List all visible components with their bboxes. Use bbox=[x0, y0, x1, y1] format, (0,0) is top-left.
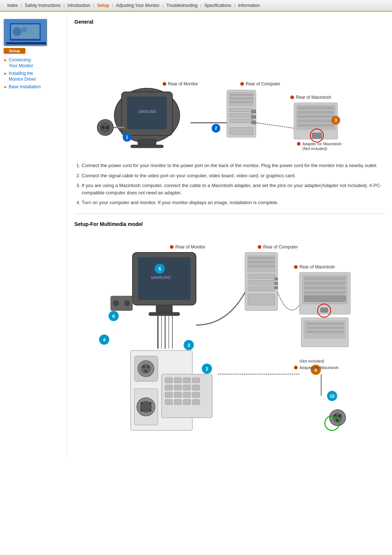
svg-rect-108 bbox=[174, 400, 181, 405]
svg-text:5: 5 bbox=[158, 266, 161, 272]
svg-text:Rear of Monitor: Rear of Monitor bbox=[168, 81, 198, 86]
general-diagram: Rear of Monitor Rear of Computer Rear of… bbox=[74, 30, 385, 155]
general-title: General bbox=[74, 19, 385, 25]
svg-rect-31 bbox=[229, 97, 253, 100]
svg-rect-138 bbox=[306, 323, 344, 325]
sidebar-link-driver[interactable]: Installing theMonitor Driver bbox=[9, 71, 36, 82]
nav-safety[interactable]: Safety Instructions bbox=[22, 2, 64, 9]
svg-text:(Not included): (Not included) bbox=[299, 359, 324, 363]
svg-point-6 bbox=[163, 82, 166, 86]
svg-rect-106 bbox=[192, 392, 200, 397]
svg-point-55 bbox=[170, 245, 173, 249]
svg-rect-98 bbox=[192, 378, 200, 383]
svg-point-8 bbox=[240, 82, 244, 86]
svg-rect-95 bbox=[165, 378, 172, 383]
main-content: General Rear of Monitor Rear of Computer… bbox=[67, 15, 392, 459]
svg-text:(Not included): (Not included) bbox=[302, 146, 327, 151]
svg-rect-104 bbox=[174, 392, 181, 397]
svg-text:Adapter for Macintosh: Adapter for Macintosh bbox=[299, 365, 339, 370]
instruction-3: If you are using a Macintosh computer, c… bbox=[82, 182, 385, 196]
svg-point-20 bbox=[101, 126, 105, 129]
svg-rect-110 bbox=[192, 400, 200, 405]
svg-rect-97 bbox=[183, 378, 191, 383]
section-divider bbox=[74, 214, 385, 214]
sidebar-thumbnail bbox=[4, 19, 47, 46]
svg-rect-48 bbox=[312, 133, 322, 138]
svg-rect-100 bbox=[174, 385, 181, 390]
svg-rect-64 bbox=[156, 305, 172, 313]
svg-rect-140 bbox=[306, 331, 344, 333]
nav-index[interactable]: Index bbox=[4, 2, 21, 9]
svg-point-21 bbox=[106, 126, 109, 129]
svg-text:Rear of Computer: Rear of Computer bbox=[246, 81, 280, 86]
svg-rect-129 bbox=[304, 277, 346, 280]
svg-point-3 bbox=[13, 27, 21, 36]
svg-rect-109 bbox=[183, 400, 191, 405]
svg-point-148 bbox=[338, 414, 341, 417]
svg-rect-35 bbox=[229, 119, 253, 123]
svg-rect-131 bbox=[304, 286, 346, 289]
sidebar-label: Setup bbox=[4, 48, 25, 54]
svg-rect-43 bbox=[298, 111, 334, 114]
svg-rect-102 bbox=[192, 385, 200, 390]
arrow-icon-driver: ► bbox=[4, 71, 8, 76]
svg-rect-46 bbox=[298, 124, 334, 127]
svg-point-52 bbox=[297, 142, 301, 146]
nav-specs[interactable]: Specifications bbox=[201, 2, 234, 9]
svg-point-84 bbox=[142, 365, 145, 368]
svg-rect-105 bbox=[183, 392, 191, 397]
svg-rect-139 bbox=[306, 327, 344, 329]
svg-text:Rear of Computer: Rear of Computer bbox=[263, 244, 298, 250]
svg-text:4: 4 bbox=[103, 337, 106, 343]
nav-adjust[interactable]: Adjusting Your Monitor bbox=[113, 2, 163, 9]
sidebar-connecting[interactable]: ► ConnectingYour Monitor bbox=[4, 57, 67, 69]
svg-text:2: 2 bbox=[205, 366, 208, 372]
svg-rect-16 bbox=[131, 145, 163, 148]
svg-rect-65 bbox=[149, 312, 180, 316]
svg-text:Adapter for Macintosh: Adapter for Macintosh bbox=[302, 142, 342, 146]
svg-text:SAMSUNG: SAMSUNG bbox=[151, 275, 171, 280]
sidebar-link-connecting[interactable]: ConnectingYour Monitor bbox=[9, 57, 33, 69]
svg-point-91 bbox=[149, 402, 151, 404]
svg-rect-122 bbox=[248, 287, 275, 291]
svg-rect-5 bbox=[6, 42, 46, 44]
nav-intro[interactable]: Introduction bbox=[65, 2, 93, 9]
svg-point-85 bbox=[147, 365, 150, 368]
svg-text:1: 1 bbox=[126, 135, 128, 140]
svg-rect-124 bbox=[275, 278, 278, 280]
svg-text:3: 3 bbox=[335, 118, 337, 123]
svg-point-86 bbox=[144, 370, 147, 373]
svg-text:3: 3 bbox=[187, 343, 190, 348]
instructions-list: Connect the power cord for your monitor … bbox=[74, 162, 385, 206]
navigation-bar: Index | Safety Instructions | Introducti… bbox=[0, 0, 392, 12]
svg-text:10: 10 bbox=[330, 394, 335, 399]
svg-rect-133 bbox=[304, 296, 346, 301]
svg-rect-121 bbox=[248, 280, 275, 285]
general-diagram-svg: Rear of Monitor Rear of Computer Rear of… bbox=[74, 30, 347, 154]
svg-rect-38 bbox=[252, 116, 256, 118]
svg-text:2: 2 bbox=[215, 126, 217, 131]
svg-point-92 bbox=[140, 409, 143, 412]
nav-setup[interactable]: Setup bbox=[94, 2, 112, 9]
svg-rect-33 bbox=[229, 108, 253, 112]
svg-text:SAMSUNG: SAMSUNG bbox=[138, 110, 156, 114]
svg-point-10 bbox=[290, 96, 294, 99]
sidebar: Setup ► ConnectingYour Monitor ► Install… bbox=[0, 15, 67, 459]
sidebar-link-base[interactable]: Base Installation bbox=[9, 84, 41, 90]
svg-rect-39 bbox=[252, 121, 256, 124]
nav-info[interactable]: Information bbox=[235, 2, 263, 9]
sidebar-base-install[interactable]: ► Base Installation bbox=[4, 84, 67, 90]
svg-rect-123 bbox=[248, 294, 275, 305]
svg-rect-44 bbox=[298, 115, 334, 118]
nav-trouble[interactable]: Troubleshooting bbox=[164, 2, 201, 9]
svg-rect-99 bbox=[165, 385, 172, 390]
svg-rect-125 bbox=[275, 282, 278, 284]
svg-rect-126 bbox=[275, 287, 278, 289]
svg-text:Rear of Monitor: Rear of Monitor bbox=[175, 244, 205, 250]
sidebar-monitor-driver[interactable]: ► Installing theMonitor Driver bbox=[4, 71, 67, 82]
instruction-2: Connect the signal cable to the video po… bbox=[82, 172, 385, 179]
svg-rect-15 bbox=[138, 139, 156, 146]
svg-rect-96 bbox=[174, 378, 181, 383]
svg-rect-135 bbox=[320, 308, 328, 312]
instruction-4: Turn on your computer and monitor. If yo… bbox=[82, 199, 385, 206]
